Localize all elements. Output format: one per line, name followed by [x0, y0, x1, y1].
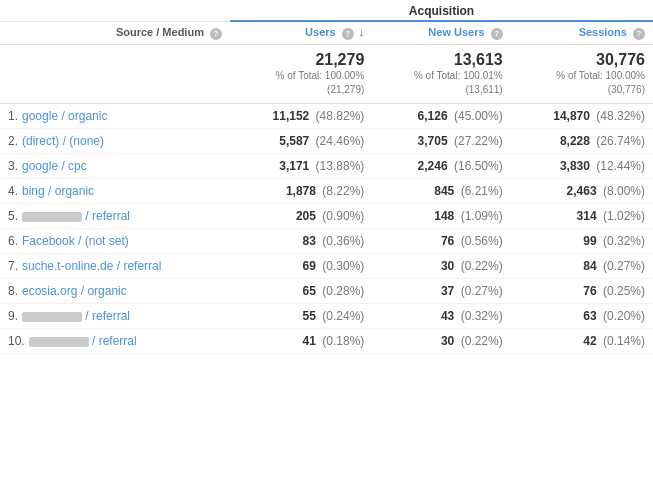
source-cell: 10.████ / referral — [0, 329, 230, 354]
new-users-value: 6,126 — [418, 109, 448, 123]
sessions-col-title[interactable]: Sessions — [579, 26, 627, 38]
table-row: 9.████ / referral 55 (0.24%) 43 (0.32%) … — [0, 304, 653, 329]
source-cell: 2.(direct) / (none) — [0, 129, 230, 154]
users-cell: 3,171 (13.88%) — [230, 154, 372, 179]
users-value: 1,878 — [286, 184, 316, 198]
new-users-col-title[interactable]: New Users — [428, 26, 484, 38]
users-value: 69 — [303, 259, 316, 273]
source-cell: 6.Facebook / (not set) — [0, 229, 230, 254]
blurred-text: ████ — [22, 212, 82, 222]
new-users-value: 43 — [441, 309, 454, 323]
row-number: 8. — [8, 284, 18, 298]
sessions-cell: 8,228 (26.74%) — [511, 129, 653, 154]
new-users-pct: (0.32%) — [461, 309, 503, 323]
sessions-cell: 314 (1.02%) — [511, 204, 653, 229]
new-users-cell: 76 (0.56%) — [372, 229, 510, 254]
sessions-cell: 2,463 (8.00%) — [511, 179, 653, 204]
source-help-icon[interactable]: ? — [210, 28, 222, 40]
table-row: 6.Facebook / (not set) 83 (0.36%) 76 (0.… — [0, 229, 653, 254]
new-users-cell: 845 (6.21%) — [372, 179, 510, 204]
totals-row: 21,279 % of Total: 100.00%(21,279) 13,61… — [0, 45, 653, 104]
sessions-pct: (0.25%) — [603, 284, 645, 298]
source-link[interactable]: google / organic — [22, 109, 107, 123]
new-users-value: 148 — [434, 209, 454, 223]
new-users-help-icon[interactable]: ? — [491, 28, 503, 40]
new-users-pct: (0.22%) — [461, 334, 503, 348]
table-row: 10.████ / referral 41 (0.18%) 30 (0.22%)… — [0, 329, 653, 354]
users-cell: 1,878 (8.22%) — [230, 179, 372, 204]
table-row: 4.bing / organic 1,878 (8.22%) 845 (6.21… — [0, 179, 653, 204]
users-pct: (0.90%) — [322, 209, 364, 223]
source-link[interactable]: (direct) / (none) — [22, 134, 104, 148]
users-pct: (13.88%) — [316, 159, 365, 173]
totals-users-sub: % of Total: 100.00%(21,279) — [238, 69, 364, 97]
users-value: 5,587 — [279, 134, 309, 148]
new-users-cell: 6,126 (45.00%) — [372, 104, 510, 129]
new-users-value: 30 — [441, 334, 454, 348]
acquisition-header-row: Acquisition — [0, 0, 653, 21]
sessions-value: 14,870 — [553, 109, 590, 123]
sessions-cell: 84 (0.27%) — [511, 254, 653, 279]
source-link[interactable]: ████ / referral — [22, 209, 130, 223]
users-pct: (24.46%) — [316, 134, 365, 148]
new-users-pct: (0.22%) — [461, 259, 503, 273]
source-col-header: Source / Medium ? — [0, 21, 230, 45]
sessions-value: 314 — [577, 209, 597, 223]
sessions-cell: 63 (0.20%) — [511, 304, 653, 329]
users-value: 3,171 — [279, 159, 309, 173]
row-number: 2. — [8, 134, 18, 148]
column-header-row: Source / Medium ? Users ? ↓ New Users ? … — [0, 21, 653, 45]
source-link[interactable]: ████ / referral — [29, 334, 137, 348]
source-cell: 7.suche.t-online.de / referral — [0, 254, 230, 279]
row-number: 7. — [8, 259, 18, 273]
sessions-cell: 99 (0.32%) — [511, 229, 653, 254]
blurred-text: ████ — [29, 337, 89, 347]
source-medium-label: Source / Medium — [116, 26, 204, 38]
users-col-title[interactable]: Users — [305, 26, 336, 38]
users-cell: 65 (0.28%) — [230, 279, 372, 304]
users-value: 41 — [303, 334, 316, 348]
users-sort-icon[interactable]: ↓ — [359, 26, 365, 38]
new-users-cell: 43 (0.32%) — [372, 304, 510, 329]
sessions-pct: (26.74%) — [596, 134, 645, 148]
source-link[interactable]: ecosia.org / organic — [22, 284, 127, 298]
source-link[interactable]: Facebook / (not set) — [22, 234, 129, 248]
sessions-pct: (0.27%) — [603, 259, 645, 273]
new-users-cell: 37 (0.27%) — [372, 279, 510, 304]
new-users-value: 2,246 — [418, 159, 448, 173]
totals-sessions-main: 30,776 — [519, 51, 645, 69]
source-link[interactable]: ████ / referral — [22, 309, 130, 323]
new-users-cell: 2,246 (16.50%) — [372, 154, 510, 179]
new-users-pct: (6.21%) — [461, 184, 503, 198]
row-number: 6. — [8, 234, 18, 248]
sessions-help-icon[interactable]: ? — [633, 28, 645, 40]
table-row: 1.google / organic 11,152 (48.82%) 6,126… — [0, 104, 653, 129]
new-users-cell: 30 (0.22%) — [372, 254, 510, 279]
source-link[interactable]: google / cpc — [22, 159, 87, 173]
sessions-cell: 76 (0.25%) — [511, 279, 653, 304]
sessions-value: 3,830 — [560, 159, 590, 173]
source-cell: 4.bing / organic — [0, 179, 230, 204]
users-pct: (48.82%) — [316, 109, 365, 123]
new-users-pct: (27.22%) — [454, 134, 503, 148]
sessions-value: 63 — [583, 309, 596, 323]
new-users-cell: 148 (1.09%) — [372, 204, 510, 229]
sessions-pct: (0.32%) — [603, 234, 645, 248]
sessions-pct: (8.00%) — [603, 184, 645, 198]
totals-users-main: 21,279 — [238, 51, 364, 69]
source-link[interactable]: suche.t-online.de / referral — [22, 259, 161, 273]
users-pct: (0.28%) — [322, 284, 364, 298]
users-help-icon[interactable]: ? — [342, 28, 354, 40]
analytics-table: Acquisition Source / Medium ? Users ? ↓ … — [0, 0, 653, 354]
table-row: 3.google / cpc 3,171 (13.88%) 2,246 (16.… — [0, 154, 653, 179]
new-users-pct: (45.00%) — [454, 109, 503, 123]
new-users-value: 845 — [434, 184, 454, 198]
users-cell: 205 (0.90%) — [230, 204, 372, 229]
sessions-pct: (0.20%) — [603, 309, 645, 323]
new-users-pct: (1.09%) — [461, 209, 503, 223]
source-link[interactable]: bing / organic — [22, 184, 94, 198]
users-cell: 11,152 (48.82%) — [230, 104, 372, 129]
users-pct: (0.24%) — [322, 309, 364, 323]
sessions-value: 99 — [583, 234, 596, 248]
users-pct: (0.18%) — [322, 334, 364, 348]
